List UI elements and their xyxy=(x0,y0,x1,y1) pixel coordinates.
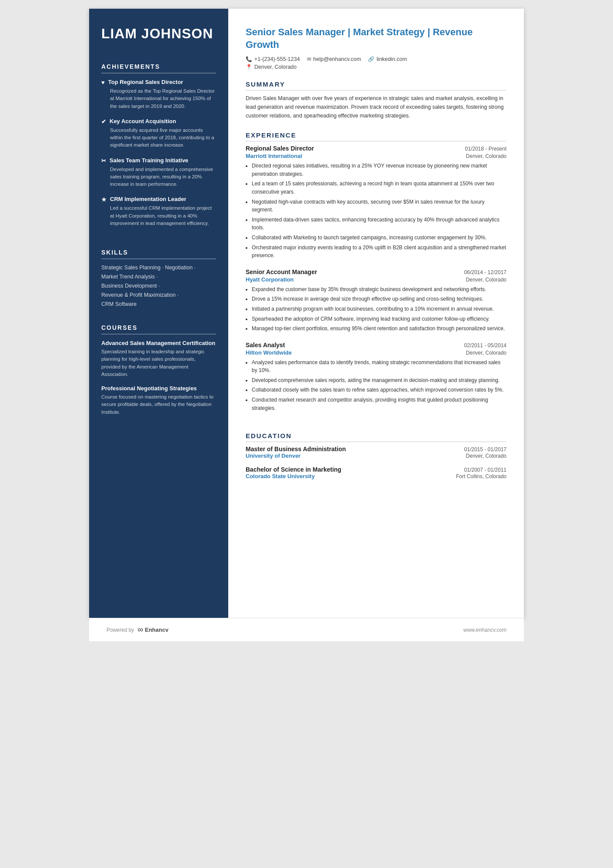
bullet-item: Collaborated closely with the sales team… xyxy=(252,386,506,394)
exp-company: Hyatt Corporation xyxy=(246,276,294,283)
exp-header: Sales Analyst 02/2011 - 05/2014 xyxy=(246,342,506,349)
skill-item: Revenue & Profit Maximization · xyxy=(101,292,216,298)
footer-left: Powered by ∞ Enhancv xyxy=(107,625,168,634)
bullet-item: Analyzed sales performance data to ident… xyxy=(252,359,506,375)
bullet-item: Drove a 15% increase in average deal siz… xyxy=(252,295,506,303)
achievement-desc: Successfully acquired five major account… xyxy=(101,127,216,149)
exp-company-row: Hyatt Corporation Denver, Colorado xyxy=(246,276,506,283)
linkedin-contact: 🔗 linkedin.com xyxy=(368,56,406,62)
footer: Powered by ∞ Enhancv www.enhancv.com xyxy=(89,618,524,641)
edu-degree: Bachelor of Science in Marketing xyxy=(246,466,341,473)
achievement-item: ✂ Sales Team Training Initiative Develop… xyxy=(101,157,216,188)
location-value: Denver, Colorado xyxy=(254,64,297,70)
enhancv-infinity-icon: ∞ xyxy=(137,625,143,634)
bullet-item: Spearheaded the adoption of CRM software… xyxy=(252,315,506,323)
achievement-item: ★ CRM Implementation Leader Led a succes… xyxy=(101,196,216,227)
sidebar: LIAM JOHNSON ACHIEVEMENTS ♥ Top Regional… xyxy=(89,9,228,618)
achievement-icon: ★ xyxy=(101,196,107,203)
exp-header: Regional Sales Director 01/2018 - Presen… xyxy=(246,145,506,152)
education-item: Bachelor of Science in Marketing 01/2007… xyxy=(246,466,506,479)
footer-website: www.enhancv.com xyxy=(463,627,506,633)
exp-role: Regional Sales Director xyxy=(246,145,314,152)
exp-bullets: Analyzed sales performance data to ident… xyxy=(246,359,506,412)
achievement-icon: ♥ xyxy=(101,79,105,86)
course-item: Advanced Sales Management Certification … xyxy=(101,340,216,378)
main-title: Senior Sales Manager | Market Strategy |… xyxy=(246,26,506,51)
contact-row: 📞 +1-(234)-555-1234 ✉ help@enhancv.com 🔗… xyxy=(246,56,506,62)
linkedin-icon: 🔗 xyxy=(368,56,374,62)
experience-title: EXPERIENCE xyxy=(246,131,506,141)
exp-bullets: Directed regional sales initiatives, res… xyxy=(246,162,506,260)
achievement-name: CRM Implementation Leader xyxy=(110,196,187,202)
course-title: Advanced Sales Management Certification xyxy=(101,340,216,346)
exp-location: Denver, Colorado xyxy=(466,153,506,159)
achievements-title: ACHIEVEMENTS xyxy=(101,63,216,74)
summary-title: SUMMARY xyxy=(246,80,506,90)
achievement-title: ♥ Top Regional Sales Director xyxy=(101,79,216,86)
edu-header: Bachelor of Science in Marketing 01/2007… xyxy=(246,466,506,473)
exp-company-row: Marriott International Denver, Colorado xyxy=(246,153,506,159)
phone-contact: 📞 +1-(234)-555-1234 xyxy=(246,56,300,62)
bullet-item: Initiated a partnership program with loc… xyxy=(252,305,506,313)
experience-item: Senior Account Manager 06/2014 - 12/2017… xyxy=(246,268,506,333)
exp-location: Denver, Colorado xyxy=(466,350,506,356)
course-desc: Specialized training in leadership and s… xyxy=(101,348,216,378)
achievement-item: ♥ Top Regional Sales Director Recognized… xyxy=(101,79,216,110)
exp-role: Senior Account Manager xyxy=(246,268,317,275)
experience-list: Regional Sales Director 01/2018 - Presen… xyxy=(246,145,506,412)
edu-school: University of Denver xyxy=(246,452,300,459)
skill-item: Strategic Sales Planning · Negotiation · xyxy=(101,265,216,271)
achievement-name: Top Regional Sales Director xyxy=(108,79,183,85)
main-content: Senior Sales Manager | Market Strategy |… xyxy=(228,9,524,618)
exp-dates: 01/2018 - Present xyxy=(465,146,506,152)
achievement-title: ✂ Sales Team Training Initiative xyxy=(101,157,216,164)
bullet-item: Directed regional sales initiatives, res… xyxy=(252,162,506,178)
bullet-item: Orchestrated major industry events leadi… xyxy=(252,244,506,260)
location-contact: 📍 Denver, Colorado xyxy=(246,64,506,70)
footer-logo: ∞ Enhancv xyxy=(137,625,168,634)
powered-by-label: Powered by xyxy=(107,627,134,633)
exp-role: Sales Analyst xyxy=(246,342,285,349)
course-title: Professional Negotiating Strategies xyxy=(101,385,216,392)
edu-location: Denver, Colorado xyxy=(466,453,506,459)
experience-item: Regional Sales Director 01/2018 - Presen… xyxy=(246,145,506,260)
education-section: EDUCATION Master of Business Administrat… xyxy=(246,432,506,486)
experience-item: Sales Analyst 02/2011 - 05/2014 Hilton W… xyxy=(246,342,506,412)
achievements-section: ACHIEVEMENTS ♥ Top Regional Sales Direct… xyxy=(101,63,216,235)
email-icon: ✉ xyxy=(307,56,311,62)
edu-school-row: Colorado State University Fort Collins, … xyxy=(246,473,506,479)
linkedin-value: linkedin.com xyxy=(376,56,406,62)
courses-section: COURSES Advanced Sales Management Certif… xyxy=(101,324,216,423)
exp-dates: 02/2011 - 05/2014 xyxy=(464,342,506,349)
experience-section: EXPERIENCE Regional Sales Director 01/20… xyxy=(246,131,506,421)
exp-bullets: Expanded the customer base by 35% throug… xyxy=(246,285,506,333)
summary-text: Driven Sales Manager with over five year… xyxy=(246,94,506,120)
education-title: EDUCATION xyxy=(246,432,506,442)
brand-name: Enhancv xyxy=(145,627,168,633)
exp-dates: 06/2014 - 12/2017 xyxy=(464,269,506,275)
edu-dates: 01/2007 - 01/2011 xyxy=(464,467,506,473)
skill-item: Market Trend Analysis · xyxy=(101,274,216,280)
exp-company-row: Hilton Worldwide Denver, Colorado xyxy=(246,349,506,356)
achievement-desc: Led a successful CRM implementation proj… xyxy=(101,204,216,227)
exp-company: Marriott International xyxy=(246,153,302,159)
exp-header: Senior Account Manager 06/2014 - 12/2017 xyxy=(246,268,506,275)
edu-header: Master of Business Administration 01/201… xyxy=(246,446,506,452)
skill-item: CRM Software xyxy=(101,301,216,307)
bullet-item: Developed comprehensive sales reports, a… xyxy=(252,376,506,385)
bullet-item: Managed top-tier client portfolios, ensu… xyxy=(252,325,506,333)
bullet-item: Collaborated with Marketing to launch ta… xyxy=(252,234,506,242)
edu-location: Fort Collins, Colorado xyxy=(456,473,506,479)
phone-value: +1-(234)-555-1234 xyxy=(254,56,300,62)
achievement-icon: ✂ xyxy=(101,158,106,164)
skills-title: SKILLS xyxy=(101,249,216,259)
bullet-item: Negotiated high-value contracts with key… xyxy=(252,198,506,214)
achievement-icon: ✔ xyxy=(101,118,106,125)
courses-list: Advanced Sales Management Certification … xyxy=(101,340,216,416)
exp-location: Denver, Colorado xyxy=(466,277,506,283)
achievement-desc: Developed and implemented a comprehensiv… xyxy=(101,166,216,188)
email-contact: ✉ help@enhancv.com xyxy=(307,56,361,62)
course-desc: Course focused on mastering negotiation … xyxy=(101,393,216,416)
course-item: Professional Negotiating Strategies Cour… xyxy=(101,385,216,416)
summary-section: SUMMARY Driven Sales Manager with over f… xyxy=(246,80,506,120)
